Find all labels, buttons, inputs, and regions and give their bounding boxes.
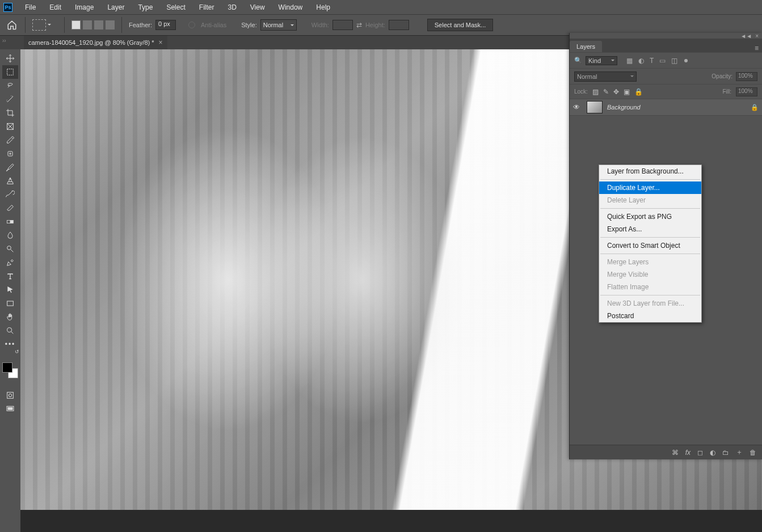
lock-position-icon[interactable]: ✥	[613, 88, 619, 96]
swap-wh-icon: ⇄	[356, 21, 362, 29]
type-tool[interactable]	[2, 269, 18, 283]
tool-preset-picker[interactable]	[32, 19, 46, 31]
document-tab-title: camera-1840054_1920.jpg @ 80% (Gray/8) *	[28, 39, 154, 46]
lock-image-icon[interactable]: ✎	[603, 88, 609, 96]
menu-filter[interactable]: Filter	[192, 3, 221, 11]
antialias-checkbox	[188, 22, 195, 28]
adjustment-layer-icon[interactable]: ◐	[710, 449, 715, 457]
healing-brush-tool[interactable]	[2, 147, 18, 161]
filter-type-icon[interactable]: T	[650, 57, 654, 65]
menu-layer[interactable]: Layer	[100, 3, 131, 11]
divider	[121, 17, 122, 33]
color-swatches[interactable]	[2, 362, 18, 378]
close-icon[interactable]: ×	[755, 33, 759, 39]
brush-tool[interactable]	[2, 161, 18, 174]
panel-menu-icon[interactable]: ≡	[755, 44, 759, 52]
ctx-convert-smart-object[interactable]: Convert to Smart Object	[599, 239, 701, 252]
filter-shape-icon[interactable]: ▭	[659, 57, 666, 65]
menu-window[interactable]: Window	[272, 3, 310, 11]
menu-select[interactable]: Select	[159, 3, 192, 11]
selection-mode-icons	[71, 20, 115, 29]
document-tab[interactable]: camera-1840054_1920.jpg @ 80% (Gray/8) *…	[24, 36, 167, 49]
selection-add-icon[interactable]	[83, 20, 92, 29]
link-layers-icon[interactable]: ⌘	[672, 449, 679, 457]
lasso-tool[interactable]	[2, 79, 18, 92]
blur-tool[interactable]	[2, 229, 18, 242]
layer-name[interactable]: Background	[607, 104, 641, 111]
filter-smartobject-icon[interactable]: ◫	[671, 57, 677, 65]
menu-help[interactable]: Help	[309, 3, 337, 11]
layer-mask-icon[interactable]: ◻	[697, 449, 703, 457]
panel-drag-icon[interactable]: ››	[2, 37, 6, 44]
ctx-merge-layers: Merge Layers	[599, 256, 701, 268]
separator	[600, 295, 700, 295]
filter-kind-select[interactable]: Kind	[586, 56, 617, 65]
pen-tool[interactable]	[2, 256, 18, 269]
selection-intersect-icon[interactable]	[106, 20, 115, 29]
lock-label: Lock:	[574, 88, 588, 95]
visibility-icon[interactable]: 👁	[573, 103, 582, 111]
dodge-tool[interactable]	[2, 242, 18, 256]
layers-tab[interactable]: Layers	[570, 41, 602, 52]
crop-tool[interactable]	[2, 106, 18, 120]
screen-mode-icon[interactable]	[2, 402, 18, 416]
menu-view[interactable]: View	[243, 3, 272, 11]
selection-new-icon[interactable]	[71, 20, 81, 29]
marquee-tool[interactable]	[2, 65, 18, 79]
lock-all-icon[interactable]: 🔒	[634, 88, 643, 96]
lock-artboard-icon[interactable]: ▣	[624, 88, 630, 96]
svg-point-9	[9, 394, 11, 396]
quick-mask-icon[interactable]	[2, 389, 18, 402]
ctx-quick-export-png[interactable]: Quick Export as PNG	[599, 210, 701, 223]
ctx-export-as[interactable]: Export As...	[599, 223, 701, 235]
filter-adjustment-icon[interactable]: ◐	[638, 57, 644, 65]
style-select[interactable]: Normal	[260, 19, 297, 31]
ctx-duplicate-layer[interactable]: Duplicate Layer...	[599, 181, 701, 194]
svg-rect-4	[7, 220, 10, 223]
hand-tool[interactable]	[2, 310, 18, 324]
svg-point-5	[7, 246, 11, 250]
close-icon[interactable]: ×	[159, 39, 163, 47]
filter-toggle-icon[interactable]	[684, 59, 688, 62]
layer-row[interactable]: 👁 Background 🔒	[570, 99, 762, 116]
eyedropper-tool[interactable]	[2, 133, 18, 147]
menu-image[interactable]: Image	[68, 3, 100, 11]
selection-subtract-icon[interactable]	[94, 20, 103, 29]
group-icon[interactable]: 🗀	[722, 449, 729, 457]
clone-stamp-tool[interactable]	[2, 174, 18, 188]
swap-colors-icon[interactable]: ↺	[2, 351, 18, 359]
collapse-icon[interactable]: ◄◄	[740, 33, 752, 39]
lock-icon: 🔒	[751, 104, 759, 111]
ctx-postcard[interactable]: Postcard	[599, 310, 701, 322]
gradient-tool[interactable]	[2, 215, 18, 229]
menu-3d[interactable]: 3D	[221, 3, 243, 11]
zoom-tool[interactable]	[2, 324, 18, 337]
menu-edit[interactable]: Edit	[43, 3, 68, 11]
frame-tool[interactable]	[2, 120, 18, 133]
ctx-flatten-image: Flatten Image	[599, 281, 701, 293]
move-tool[interactable]	[2, 52, 18, 65]
menu-type[interactable]: Type	[131, 3, 159, 11]
select-and-mask-button[interactable]: Select and Mask...	[427, 19, 494, 31]
new-layer-icon[interactable]: ＋	[736, 447, 743, 457]
foreground-color-swatch[interactable]	[2, 362, 12, 373]
home-icon[interactable]	[6, 19, 18, 31]
history-brush-tool[interactable]	[2, 188, 18, 201]
blend-mode-select: Normal	[574, 71, 637, 82]
toolbox: ••• ↺	[0, 49, 20, 532]
magic-wand-tool[interactable]	[2, 92, 18, 106]
ctx-layer-from-background[interactable]: Layer from Background...	[599, 165, 701, 178]
rectangle-tool[interactable]	[2, 297, 18, 310]
menu-file[interactable]: File	[18, 3, 43, 11]
eraser-tool[interactable]	[2, 201, 18, 215]
lock-transparency-icon[interactable]: ▨	[592, 88, 599, 96]
menu-bar: Ps File Edit Image Layer Type Select Fil…	[0, 0, 762, 14]
height-label: Height:	[365, 22, 385, 28]
delete-layer-icon[interactable]: 🗑	[750, 449, 756, 457]
path-selection-tool[interactable]	[2, 283, 18, 297]
feather-input[interactable]: 0 px	[155, 20, 176, 30]
layer-style-icon[interactable]: fx	[685, 449, 691, 457]
layer-thumbnail[interactable]	[587, 101, 603, 113]
divider	[64, 17, 65, 33]
filter-pixel-icon[interactable]: ▦	[626, 57, 633, 65]
